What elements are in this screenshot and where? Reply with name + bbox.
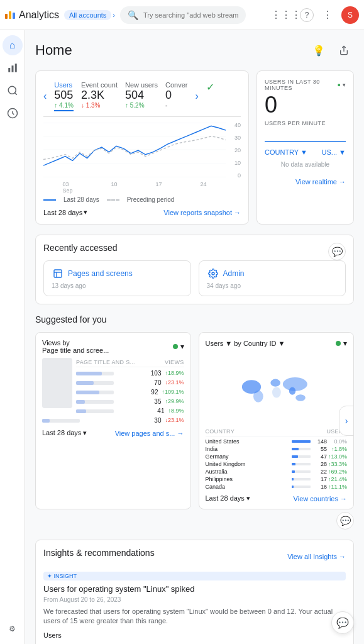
realtime-card: USERS IN LAST 30 MINUTES ● ▾ 0 USERS PER… bbox=[256, 70, 354, 225]
suggested-card-pageviews: Views byPage title and scree... ▾ PAGE T… bbox=[35, 332, 191, 509]
sidebar-item-settings[interactable]: ⚙ bbox=[3, 619, 23, 639]
table-row: 92↑109.1% bbox=[76, 387, 184, 397]
row-vals: 92↑109.1% bbox=[143, 389, 184, 396]
pageviews-col1-header: PAGE TITLE AND S... bbox=[76, 359, 135, 365]
recent-item-admin-age: 34 days ago bbox=[207, 282, 338, 289]
page-title: Home bbox=[35, 42, 72, 58]
metric-conversions[interactable]: Conver 0 - bbox=[165, 81, 187, 109]
view-realtime-link[interactable]: View realtime → bbox=[265, 178, 346, 186]
pageviews-card-header: Views byPage title and scree... ▾ bbox=[42, 339, 184, 354]
table-row: 35↑29.9% bbox=[76, 397, 184, 406]
stats-main-card: ‹ Users 505 ↑ 4.1% Event count 2.3K ↓ 1.… bbox=[35, 70, 249, 225]
app-title: Analytics bbox=[19, 9, 59, 21]
search-input[interactable] bbox=[143, 11, 238, 19]
search-bar[interactable]: 🔍 bbox=[120, 6, 246, 24]
share-icon[interactable] bbox=[334, 40, 354, 60]
svg-point-15 bbox=[212, 272, 214, 275]
insight-sublabel: Users bbox=[43, 631, 346, 639]
row-vals: 41↑8.9% bbox=[149, 408, 184, 414]
metric-new-users[interactable]: New users 504 ↑ 5.2% bbox=[125, 81, 158, 109]
chat-icon-recently-accessed[interactable]: 💬 bbox=[328, 243, 346, 260]
insight-date: From August 20 to 26, 2023 bbox=[43, 596, 346, 603]
realtime-sparkline bbox=[265, 129, 346, 147]
sidebar: ⌂ ⚙ bbox=[0, 30, 25, 644]
date-range-selector[interactable]: Last 28 days ▾ bbox=[43, 208, 87, 216]
svg-rect-1 bbox=[11, 65, 13, 72]
pageviews-card-footer: Last 28 days ▾ View pages and s... → bbox=[42, 429, 184, 437]
chart-area: 403020100 bbox=[43, 122, 241, 179]
metric-conv-value: 0 bbox=[165, 89, 187, 102]
pageviews-card-title: Views byPage title and scree... bbox=[42, 339, 109, 354]
insights-badge: ✦ INSIGHT bbox=[43, 572, 346, 580]
sidebar-item-explore[interactable] bbox=[3, 80, 23, 101]
country-row: Australia 22 ↑69.2% bbox=[206, 468, 348, 475]
svg-point-18 bbox=[271, 379, 281, 386]
pageviews-col2-header: VIEWS bbox=[165, 359, 184, 365]
metric-event-count[interactable]: Event count 2.3K ↓ 1.3% bbox=[81, 81, 118, 109]
chart-x-labels: 03Sep101724 bbox=[43, 181, 241, 194]
pageviews-card-dropdown[interactable]: ▾ bbox=[180, 342, 184, 351]
pageviews-table-header: PAGE TITLE AND S... VIEWS bbox=[76, 358, 184, 367]
avatar[interactable]: S bbox=[341, 6, 359, 24]
bar-bg bbox=[42, 419, 80, 423]
pageviews-date-range[interactable]: Last 28 days ▾ bbox=[42, 429, 87, 437]
pages-icon bbox=[52, 267, 64, 280]
us-filter[interactable]: US... ▼ bbox=[322, 148, 346, 156]
legend-label-preceding: Preceding period bbox=[127, 196, 175, 203]
help-icon[interactable]: ? bbox=[300, 8, 314, 22]
recent-item-pages[interactable]: Pages and screens 13 days ago bbox=[43, 260, 191, 296]
country-row: United Kingdom 28 ↑33.3% bbox=[206, 460, 348, 468]
countries-card-footer: Last 28 days ▾ View countries → bbox=[206, 494, 348, 502]
chevron-right-icon: › bbox=[113, 11, 115, 19]
recent-item-pages-age: 13 days ago bbox=[52, 282, 183, 289]
map-svg bbox=[235, 369, 317, 410]
realtime-count: 0 bbox=[265, 94, 346, 116]
suggested-section: Suggested for you Views byPage title and… bbox=[35, 314, 354, 530]
realtime-label: USERS IN LAST 30 MINUTES ● ▾ bbox=[265, 79, 346, 91]
sidebar-item-home[interactable]: ⌂ bbox=[3, 35, 23, 55]
header-actions: 💡 bbox=[309, 40, 354, 60]
metric-event-value: 2.3K bbox=[81, 89, 118, 102]
realtime-dropdown-icon[interactable]: ▾ bbox=[343, 82, 346, 88]
more-vert-icon[interactable]: ⋮ bbox=[319, 6, 336, 24]
country-filter[interactable]: COUNTRY ▼ bbox=[265, 148, 307, 156]
recently-accessed-section: 💬 Recently accessed Pages and screens 13… bbox=[35, 235, 354, 304]
view-all-insights-link[interactable]: View all Insights → bbox=[287, 553, 346, 560]
lightbulb-icon[interactable]: 💡 bbox=[309, 40, 329, 60]
recent-items-list: Pages and screens 13 days ago Admin 34 d… bbox=[43, 260, 346, 296]
view-reports-link[interactable]: View reports snapshot → bbox=[163, 209, 241, 216]
svg-point-3 bbox=[8, 86, 16, 94]
country-col-name: COUNTRY bbox=[206, 428, 234, 435]
line-chart bbox=[43, 122, 226, 179]
countries-card-dropdown[interactable]: ▾ bbox=[343, 339, 347, 348]
date-range-label: Last 28 days bbox=[43, 209, 82, 216]
floating-chat-button[interactable]: 💬 bbox=[331, 611, 354, 634]
sidebar-item-reports[interactable] bbox=[3, 58, 23, 78]
next-card-arrow[interactable]: › bbox=[339, 406, 354, 436]
no-data-label: No data available bbox=[265, 156, 346, 173]
apps-icon[interactable]: ⋮⋮⋮ bbox=[277, 6, 295, 24]
metric-users[interactable]: Users 505 ↑ 4.1% bbox=[54, 81, 74, 111]
sidebar-item-advertising[interactable] bbox=[3, 103, 23, 123]
account-selector[interactable]: All accounts › bbox=[64, 10, 115, 20]
main-content: Home 💡 ‹ Users 505 ↑ 4.1% Event count 2.… bbox=[25, 30, 364, 644]
recent-item-admin[interactable]: Admin 34 days ago bbox=[199, 260, 346, 296]
metrics-next-arrow[interactable]: › bbox=[195, 91, 198, 102]
country-bar-in bbox=[292, 448, 311, 450]
thumbnail-image bbox=[42, 358, 72, 408]
metric-conv-label: Conver bbox=[165, 81, 187, 89]
countries-date-range[interactable]: Last 28 days ▾ bbox=[206, 494, 250, 502]
chat-icon-suggested[interactable]: 💬 bbox=[336, 512, 354, 530]
logo-bar-3 bbox=[13, 13, 15, 19]
view-countries-link[interactable]: View countries → bbox=[294, 495, 347, 502]
account-label[interactable]: All accounts bbox=[64, 10, 111, 20]
insight-badge-text: ✦ INSIGHT bbox=[47, 573, 77, 579]
metric-event-change: ↓ 1.3% bbox=[81, 102, 118, 109]
metrics-prev-arrow[interactable]: ‹ bbox=[43, 91, 47, 102]
nav-icons: ⋮⋮⋮ ? ⋮ S bbox=[277, 6, 359, 24]
svg-rect-2 bbox=[14, 64, 16, 72]
insight-chart: 20 15 10 5 bbox=[43, 641, 346, 644]
insights-section: Insights & recommendations View all Insi… bbox=[35, 540, 354, 644]
recent-item-admin-header: Admin bbox=[207, 267, 338, 280]
view-pages-link[interactable]: View pages and s... → bbox=[115, 430, 184, 437]
